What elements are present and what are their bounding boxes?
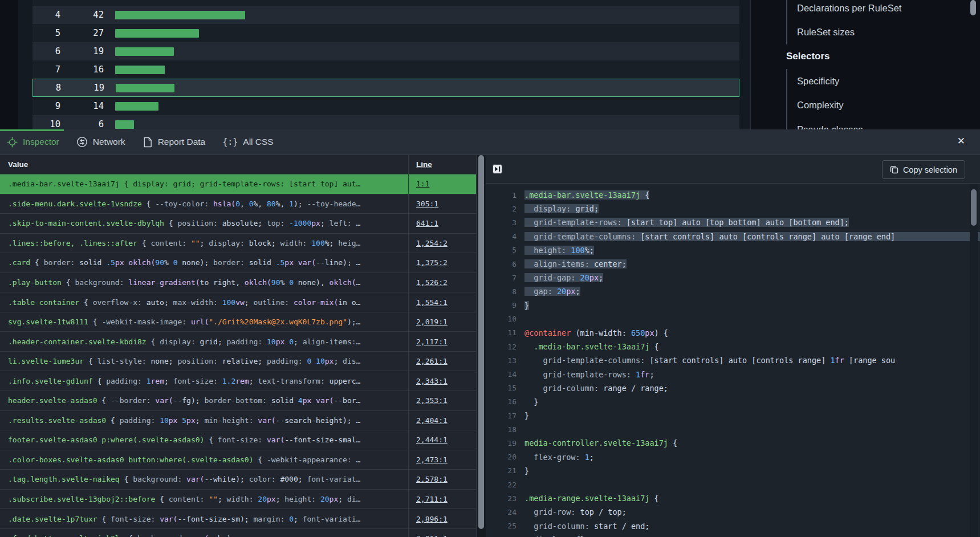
line-link[interactable]: 305:1 [416,200,438,208]
tab-report-data[interactable]: Report Data [143,137,206,148]
sidebar-item-declarations-per-ruleset[interactable]: Declarations per RuleSet [797,0,974,21]
line-link[interactable]: 2,578:1 [416,475,448,483]
table-row[interactable]: .color-boxes.svelte-asdas0 button:where(… [0,450,476,470]
table-row[interactable]: .tag.length.svelte-naikeq { background: … [0,470,476,490]
line-link[interactable]: 2,711:1 [416,495,448,503]
braces-icon: {:} [222,137,238,147]
copy-selection-button[interactable]: Copy selection [882,160,965,179]
token-prop: -webkit-mask-image: [101,318,186,326]
table-scrollbar-thumb[interactable] [478,155,484,529]
chart-row[interactable]: 442 [32,6,739,24]
line-cell: 1,254:2 [416,239,448,247]
token-prop: outline: [254,298,290,307]
app-root: 3442527619716819914106 Declarations per … [0,0,980,537]
token-unit: vw [235,298,245,307]
token-sel: footer.svelte-asdas0 p:where(.svelte-asd… [8,436,204,444]
token-plain: ; [196,416,205,425]
row-count-label: 27 [60,28,104,38]
sidebar-item-ruleset-sizes[interactable]: RuleSet sizes [797,21,974,45]
chart-row[interactable]: 914 [32,97,739,115]
line-link[interactable]: 1,375:2 [416,258,448,267]
token-num: 20 [557,287,566,296]
table-row[interactable]: .side-menu.dark.svelte-1vsndze { --toy-c… [0,194,476,214]
line-link[interactable]: 2,117:1 [416,337,448,346]
table-scrollbar[interactable] [476,155,486,537]
line-number: 13 [486,356,524,365]
line-link[interactable]: 3,011:1 [416,534,448,537]
table-row[interactable]: .results.svelte-asdas0 { padding: 10px 5… [0,411,476,431]
code-toolbar: Copy selection [486,155,980,184]
line-link[interactable]: 1,254:2 [416,239,448,247]
tab-all-css[interactable]: {:}All CSS [222,137,274,147]
chart-row[interactable]: 819 [32,79,739,97]
line-number: 19 [486,439,524,448]
token-plain [182,475,186,483]
line-link[interactable]: 2,404:1 [416,416,448,425]
code-scrollbar[interactable] [970,184,978,537]
rule-value-cell: .results.svelte-asdas0 { padding: 10px 5… [0,416,408,425]
table-row[interactable]: .subscribe.svelte-13gboj2::before { cont… [0,490,476,510]
table-row[interactable]: .info.svelte-gd1unf { padding: 1rem; fon… [0,371,476,391]
code-line: 14 grid-template-rows: 1fr; [486,367,980,381]
line-column-header[interactable]: Line [416,160,432,169]
panel-toggle-icon[interactable] [493,164,502,174]
token-num: -1000 [289,219,311,227]
table-row[interactable]: .media-bar.svelte-13aai7j { display: gri… [0,174,476,194]
table-row[interactable]: .header-container.svelte-kbdi8z { displa… [0,332,476,352]
table-row[interactable]: .play-button { background: linear-gradie… [0,273,476,293]
token-plain: center; [589,259,627,268]
line-number: 25 [486,522,524,530]
table-row[interactable]: svg.svelte-1tw8111 { -webkit-mask-image:… [0,312,476,332]
token-num: 100 [311,239,324,247]
sidebar-item-pseudo-classes[interactable]: Pseudo classes [797,117,974,129]
chart-row[interactable]: 716 [32,60,739,79]
line-link[interactable]: 1,526:2 [416,278,448,287]
row-rank-label: 7 [32,64,60,75]
token-plain [631,370,636,379]
table-row[interactable]: .lines::before, .lines::after { content:… [0,234,476,254]
table-row[interactable]: .card { border: solid .5px oklch(90% 0 n… [0,253,476,273]
token-num: 1 [585,453,589,462]
table-row[interactable]: .feed-button.svelte-juk3la { background:… [0,529,476,537]
line-link[interactable]: 2,444:1 [416,436,448,444]
code-line: 7 grid-gap: 20px; [486,271,980,284]
line-link[interactable]: 641:1 [416,219,438,227]
chart-row[interactable]: 3 [32,0,739,6]
line-link[interactable]: 2,353:1 [416,396,448,405]
table-row[interactable]: .date.svelte-1p7tuxr { font-size: var(--… [0,509,476,529]
sidebar-item-complexity[interactable]: Complexity [797,93,974,117]
close-icon[interactable]: ✕ [957,136,965,146]
token-plain: solid [267,396,298,405]
table-row[interactable]: .skip-to-main-content.svelte-dbylqh { po… [0,214,476,234]
page-scrollbar-thumb[interactable] [970,0,976,15]
code-scrollbar-thumb[interactable] [971,189,977,226]
line-link[interactable]: 2,261:1 [416,357,448,365]
table-row[interactable]: footer.svelte-asdas0 p:where(.svelte-asd… [0,430,476,450]
line-link[interactable]: 2,019:1 [416,318,448,326]
token-plain: );… [347,318,360,326]
line-link[interactable]: 2,343:1 [416,377,448,385]
table-row[interactable]: .table-container { overflow-x: auto; max… [0,292,476,312]
tab-label: All CSS [243,137,273,147]
line-link[interactable]: 1:1 [416,180,429,188]
tab-network[interactable]: Network [76,136,125,148]
document-icon [143,137,153,148]
code-line: 2 display: grid; [486,202,980,215]
line-link[interactable]: 2,896:1 [416,515,448,523]
chart-row[interactable]: 527 [32,24,739,42]
line-link[interactable]: 2,473:1 [416,455,448,464]
row-rank-label: 3 [32,0,60,2]
table-row[interactable]: header.svelte-asdas0 { --border: var(--f… [0,391,476,411]
code-line: 1.media-bar.svelte-13aai7j { [486,188,980,202]
token-plain: { [640,190,649,200]
line-link[interactable]: 1,554:1 [416,298,448,307]
table-row[interactable]: li.svelte-1ume3ur { list-style: none; po… [0,352,476,372]
sidebar-item-specificity[interactable]: Specificity [797,69,974,93]
chart-row[interactable]: 106 [32,115,739,129]
tab-inspector[interactable]: Inspector [7,137,59,148]
row-count-label: 19 [61,83,104,93]
token-plain: { [62,278,75,287]
token-prop: padding: [106,377,142,385]
chart-row[interactable]: 619 [32,42,739,60]
token-prop: padding: [267,357,303,365]
